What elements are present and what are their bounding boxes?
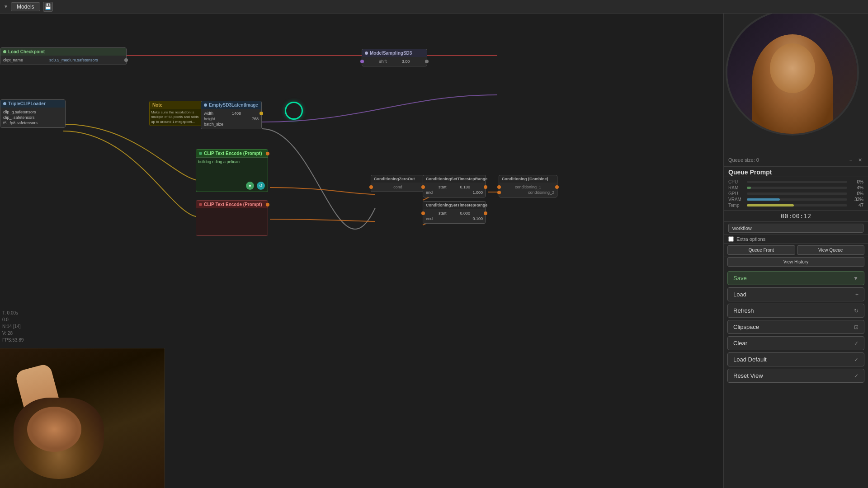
workflow-section xyxy=(724,222,868,235)
minimize-icon[interactable]: − xyxy=(847,156,854,164)
node-conditioning-timeset2[interactable]: ConditioningSetTimestepRange start 0.000… xyxy=(423,201,486,224)
node-model-sampling[interactable]: ModelSamplingSD3 shift 3.00 xyxy=(362,49,427,66)
queue-size-label: Queue size: 0 xyxy=(728,157,759,163)
port-latent-out xyxy=(259,112,263,115)
view-history-button[interactable]: View History xyxy=(727,257,864,267)
node-conditioning-zero-header: ConditioningZeroOut xyxy=(371,175,425,183)
port-model-out2 xyxy=(425,60,429,63)
view-queue-button[interactable]: View Queue xyxy=(797,245,865,255)
ram-label: RAM xyxy=(728,185,744,190)
save-icon-btn[interactable]: 💾 xyxy=(43,2,53,12)
close-icon[interactable]: ✕ xyxy=(856,156,863,164)
node-empty-latent-body: width 1408 height 768 batch_size xyxy=(201,109,261,129)
canvas-area[interactable]: Load Checkpoint ckpt_name sd3.5_medium.s… xyxy=(0,14,723,488)
timer-display: 00:00:12 xyxy=(781,212,811,220)
node-conditioning-timeset1-header: ConditioningSetTimestepRange xyxy=(423,175,486,183)
queue-prompt-label: Queue Prompt xyxy=(728,169,863,176)
cursor-highlight xyxy=(285,102,303,120)
node-conditioning-timeset1[interactable]: ConditioningSetTimestepRange start 0.100… xyxy=(423,175,486,197)
extra-options-row: Extra options xyxy=(724,235,868,244)
queue-front-button[interactable]: Queue Front xyxy=(727,245,795,255)
gpu-label: GPU xyxy=(728,191,744,196)
node-clip-positive[interactable]: CLIP Text Encode (Prompt) bulldog riding… xyxy=(196,149,268,192)
action-buttons: Save ▼ Load + Refresh ↻ Clipspace ⊡ Clea… xyxy=(724,268,868,385)
node-clip-positive-header: CLIP Text Encode (Prompt) xyxy=(196,150,268,157)
vram-val: 33% xyxy=(850,197,863,202)
node-conditioning-combine[interactable]: Conditioning (Combine) conditioning_1 co… xyxy=(499,175,557,197)
load-icon: + xyxy=(855,291,859,298)
node-clip-negative[interactable]: CLIP Text Encode (Prompt) xyxy=(196,200,268,236)
topbar: ▼ Models 💾 xyxy=(0,0,868,14)
gpu-val: 0% xyxy=(850,191,863,196)
node-load-checkpoint-body: ckpt_name sd3.5_medium.safetensors xyxy=(0,56,126,65)
node-conditioning-combine-header: Conditioning (Combine) xyxy=(499,175,557,183)
clear-button[interactable]: Clear ✓ xyxy=(727,336,864,350)
port-conditioning-out xyxy=(266,152,269,155)
node-conditioning-zero[interactable]: ConditioningZeroOut cond xyxy=(371,175,425,192)
topbar-arrow[interactable]: ▼ xyxy=(4,4,8,9)
clip-negative-body xyxy=(196,208,268,235)
clip-positive-buttons: ● ↺ xyxy=(196,180,268,192)
load-default-button[interactable]: Load Default ✓ xyxy=(727,352,864,366)
node-conditioning-combine-body: conditioning_1 conditioning_2 xyxy=(499,183,557,197)
webcam xyxy=(726,9,859,136)
timer-section: 00:00:12 xyxy=(724,211,868,222)
port-cond-in xyxy=(369,185,373,189)
extra-options-checkbox[interactable] xyxy=(728,236,734,242)
node-tripleclip-body: clip_g.safetensors clip_l.safetensors t5… xyxy=(0,108,65,127)
cpu-label: CPU xyxy=(728,179,744,184)
port-model-in xyxy=(360,60,364,63)
temp-label: Temp xyxy=(728,203,744,208)
extra-options-label: Extra options xyxy=(736,236,765,242)
node-note-header: Note xyxy=(150,101,203,109)
clip-positive-btn2[interactable]: ↺ xyxy=(257,182,265,190)
node-clip-negative-header: CLIP Text Encode (Prompt) xyxy=(196,201,268,208)
reset-view-button[interactable]: Reset View ✓ xyxy=(727,369,864,383)
stats-section: CPU 0% RAM 4% GPU 0% VRAM 33% Temp 47 xyxy=(724,177,868,211)
vram-label: VRAM xyxy=(728,197,744,202)
node-tripleclip[interactable]: TripleCLIPLoader clip_g.safetensors clip… xyxy=(0,99,66,128)
queue-controls: − ✕ xyxy=(847,156,863,164)
thumbnail xyxy=(0,348,165,488)
clear-icon: ✓ xyxy=(854,340,859,347)
node-model-sampling-body: shift 3.00 xyxy=(362,57,427,66)
ram-val: 4% xyxy=(850,185,863,190)
node-conditioning-zero-body: cond xyxy=(371,183,425,192)
clipspace-icon: ⊡ xyxy=(854,324,859,330)
node-empty-latent[interactable]: EmptySD3LatentImage width 1408 height 76… xyxy=(201,101,262,129)
queue-section: Queue size: 0 − ✕ xyxy=(724,154,868,167)
node-load-checkpoint-header: Load Checkpoint xyxy=(0,48,126,56)
node-note[interactable]: Note Make sure the resolution is multipl… xyxy=(149,101,203,126)
debug-info: T: 0.00s 0.0 N:14 [14] V: 28 FPS:53.89 xyxy=(2,310,24,343)
reset-view-icon: ✓ xyxy=(854,373,859,379)
node-empty-latent-header: EmptySD3LatentImage xyxy=(201,101,261,109)
refresh-button[interactable]: Refresh ↻ xyxy=(727,304,864,318)
models-tab[interactable]: Models xyxy=(11,2,40,11)
clip-positive-btn1[interactable]: ● xyxy=(246,182,254,190)
load-button[interactable]: Load + xyxy=(727,287,864,301)
node-conditioning-timeset1-body: start 0.100 end 1.000 xyxy=(423,183,486,197)
clip-positive-text[interactable]: bulldog riding a pelican xyxy=(196,157,268,180)
save-button[interactable]: Save ▼ xyxy=(727,271,864,285)
node-conditioning-timeset2-body: start 0.000 end 0.100 xyxy=(423,209,486,223)
node-tripleclip-header: TripleCLIPLoader xyxy=(0,100,65,108)
temp-val: 47 xyxy=(850,203,863,208)
node-conditioning-timeset2-header: ConditioningSetTimestepRange xyxy=(423,202,486,209)
port-model-out xyxy=(124,58,128,62)
node-model-sampling-header: ModelSamplingSD3 xyxy=(362,49,427,57)
workflow-input[interactable] xyxy=(728,224,863,233)
save-arrow-icon: ▼ xyxy=(853,275,859,282)
queue-btn-row: Queue Front View Queue xyxy=(724,244,868,257)
refresh-icon: ↻ xyxy=(854,308,859,314)
load-default-icon: ✓ xyxy=(854,357,859,363)
cpu-val: 0% xyxy=(850,179,863,184)
node-load-checkpoint[interactable]: Load Checkpoint ckpt_name sd3.5_medium.s… xyxy=(0,47,127,65)
clipspace-button[interactable]: Clipspace ⊡ xyxy=(727,320,864,334)
port-neg-conditioning-out xyxy=(266,203,269,206)
